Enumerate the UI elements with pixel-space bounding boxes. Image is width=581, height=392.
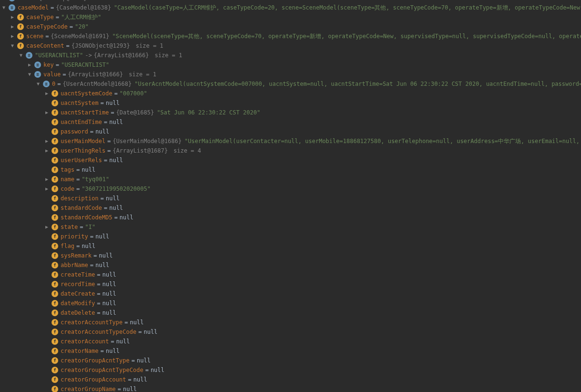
expand-arrow-icon[interactable]: ▶	[10, 22, 15, 31]
variable-name: creatorAccountTypeCode	[61, 327, 136, 337]
field-icon: f	[52, 367, 58, 373]
tree-row[interactable]: ▶fcode="360721199502020005"	[0, 184, 581, 194]
variable-name: dateDelete	[61, 308, 95, 318]
literal-value: null	[106, 194, 120, 203]
collection-size: size = 1	[155, 51, 182, 60]
tree-row[interactable]: fcreatorGroupAcntType=null	[0, 356, 581, 365]
tree-row[interactable]: ▼≡"USERACNTLIST"->{ArrayList@1666}size =…	[0, 51, 581, 60]
tree-row[interactable]: fcreatorAccountTypeCode=null	[0, 327, 581, 337]
literal-value: null	[102, 289, 116, 299]
tree-row[interactable]: ▶fname="tyq001"	[0, 175, 581, 184]
variable-name: creatorGroupAccount	[61, 375, 126, 384]
string-value: "Sat Jun 06 22:30:22 CST 2020"	[157, 108, 260, 117]
object-type: {ArrayList@1666}	[68, 70, 123, 79]
expand-arrow-icon[interactable]: ▶	[44, 146, 50, 155]
tree-row[interactable]: fcreatorAccountType=null	[0, 318, 581, 327]
tree-row[interactable]: ▶fcaseTypeCode="20"	[0, 22, 581, 31]
expand-arrow-icon[interactable]: ▶	[44, 175, 50, 184]
tree-row[interactable]: fuserUserRels=null	[0, 155, 581, 165]
collapse-arrow-icon[interactable]: ▼	[18, 51, 24, 60]
expand-arrow-icon[interactable]: ▶	[44, 89, 50, 98]
tree-row[interactable]: fsysRemark=null	[0, 251, 581, 260]
expand-arrow-icon[interactable]: ▶	[44, 136, 50, 146]
equals-sign: =	[88, 232, 95, 241]
literal-value: null	[144, 327, 157, 337]
expand-arrow-icon[interactable]: ▶	[10, 12, 15, 22]
tree-row[interactable]: fdateDelete=null	[0, 308, 581, 318]
tree-row[interactable]: ▶fuserMainModel={UserMainModel@1686}"Use…	[0, 136, 581, 146]
field-icon: f	[52, 195, 58, 202]
tree-row[interactable]: fcreatorName=null	[0, 346, 581, 356]
collapse-arrow-icon[interactable]: ▼	[27, 70, 32, 79]
tree-row[interactable]: fuacntEndTime=null	[0, 117, 581, 127]
field-icon: f	[52, 319, 58, 326]
literal-value: null	[134, 375, 147, 384]
collapse-arrow-icon[interactable]: ▼	[10, 41, 15, 51]
tree-row[interactable]: ftags=null	[0, 165, 581, 175]
tree-row[interactable]: ▶fcaseType="人工CRM维护"	[0, 12, 581, 22]
tree-row[interactable]: ▶fstate="I"	[0, 222, 581, 232]
literal-value: null	[130, 318, 144, 327]
tree-row[interactable]: fdateModify=null	[0, 299, 581, 308]
tree-row[interactable]: fcreatorGroupAccount=null	[0, 375, 581, 384]
tree-row[interactable]: fpassword=null	[0, 127, 581, 136]
tree-row[interactable]: frecordTime=null	[0, 279, 581, 289]
collapse-arrow-icon[interactable]: ▼	[1, 3, 7, 12]
variable-name: description	[61, 194, 98, 203]
literal-value: null	[102, 299, 116, 308]
literal-value: null	[137, 356, 151, 365]
collection-size: size = 1	[129, 70, 156, 79]
variable-name: caseModel	[18, 3, 49, 12]
collapse-arrow-icon[interactable]: ▼	[35, 79, 41, 89]
tree-row[interactable]: ▶fuacntSystemCode="007000"	[0, 89, 581, 98]
expand-arrow-icon[interactable]: ▶	[44, 184, 50, 194]
expand-arrow-icon[interactable]: ▶	[10, 31, 15, 41]
tree-row[interactable]: fcreateTime=null	[0, 270, 581, 279]
variable-name: uacntSystemCode	[61, 89, 112, 98]
tree-row[interactable]: ▼fcaseContent={JSONObject@1293}size = 1	[0, 41, 581, 51]
object-type: {JSONObject@1293}	[72, 41, 130, 51]
variable-name: flag	[61, 241, 74, 251]
tree-row[interactable]: fabbrName=null	[0, 260, 581, 270]
variable-name: caseTypeCode	[26, 22, 68, 31]
tree-row[interactable]: fuacntSystem=null	[0, 98, 581, 108]
tree-row[interactable]: fdateCreate=null	[0, 289, 581, 299]
literal-value: null	[102, 270, 116, 279]
tree-row[interactable]: fcreatorAccount=null	[0, 337, 581, 346]
entry-icon: ≡	[43, 81, 50, 87]
tree-row[interactable]: ▼≡0={UserAcntModel@1668}"UserAcntModel(u…	[0, 79, 581, 89]
variable-name: password	[61, 127, 88, 136]
tree-row[interactable]: ▼≡caseModel={CaseModel@1638}"CaseModel(c…	[0, 3, 581, 12]
tree-row[interactable]: fstandardCode=null	[0, 203, 581, 213]
literal-value: null	[106, 98, 120, 108]
equals-sign: =	[74, 184, 82, 194]
tree-row[interactable]: ▼≡value={ArrayList@1666}size = 1	[0, 70, 581, 79]
variable-name: state	[61, 222, 78, 232]
tree-row[interactable]: fflag=null	[0, 241, 581, 251]
expand-arrow-icon[interactable]: ▶	[44, 222, 50, 232]
entry-icon: ≡	[34, 62, 41, 68]
variable-name: value	[43, 70, 61, 79]
expand-arrow-icon[interactable]: ▶	[27, 60, 32, 70]
tree-row[interactable]: fdescription=null	[0, 194, 581, 203]
field-icon: f	[17, 42, 24, 49]
expand-arrow-icon[interactable]: ▶	[44, 108, 50, 117]
tree-row[interactable]: fstandardCodeMD5=null	[0, 213, 581, 222]
variable-name: caseContent	[26, 41, 64, 51]
literal-value: null	[95, 127, 109, 136]
tree-row[interactable]: fpriority=null	[0, 232, 581, 241]
tree-row[interactable]: ▶fscene={SceneModel@1691}"SceneModel(sce…	[0, 31, 581, 41]
tree-row[interactable]: ▶fuserThingRels={ArrayList@1687}size = 4	[0, 146, 581, 155]
tree-row[interactable]: fcreatorGroupAcntTypeCode=null	[0, 365, 581, 375]
tree-row[interactable]: fcreatorGroupName=null	[0, 384, 581, 392]
variable-name: dateCreate	[61, 289, 95, 299]
tree-row[interactable]: ▶fuacntStartTime={Date@1685}"Sat Jun 06 …	[0, 108, 581, 117]
field-icon: f	[52, 233, 58, 240]
variable-name: createTime	[61, 270, 95, 279]
tree-row[interactable]: ▶≡key="USERACNTLIST"	[0, 60, 581, 70]
literal-value: null	[109, 203, 123, 213]
variable-name: abbrName	[61, 260, 88, 270]
field-icon: f	[52, 243, 58, 249]
field-icon: f	[52, 100, 58, 106]
map-arrow: ->	[83, 51, 93, 60]
